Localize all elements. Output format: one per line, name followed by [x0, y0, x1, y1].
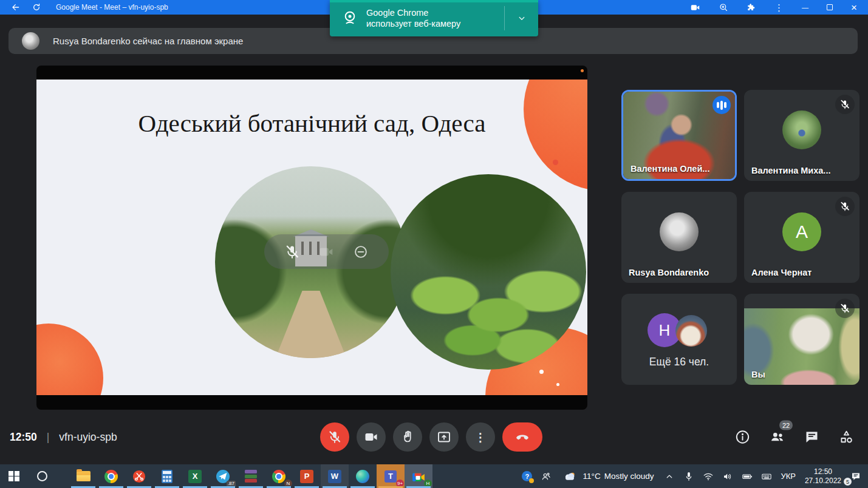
taskbar-winrar[interactable] — [237, 464, 265, 488]
slide-decor-red-dot — [553, 160, 558, 165]
participant-name: Валентина Миха... — [751, 166, 830, 175]
mic-off-icon[interactable] — [284, 244, 300, 260]
minimize-button[interactable]: — — [802, 4, 808, 11]
more-options-button[interactable]: ⋮ — [466, 422, 495, 452]
mic-off-icon — [839, 99, 850, 110]
participant-count-badge: 22 — [779, 421, 793, 430]
activities-button[interactable] — [838, 429, 855, 446]
keyboard-icon — [761, 471, 772, 482]
participant-avatar — [675, 315, 707, 347]
mic-off-icon — [839, 201, 850, 212]
meet-badge: H — [424, 480, 432, 487]
participant-tile[interactable]: A Алена Чернат — [744, 192, 859, 283]
leave-call-button[interactable] — [502, 422, 542, 452]
taskbar-powerpoint[interactable]: P — [293, 464, 321, 488]
self-name: Вы — [751, 370, 765, 379]
taskbar-meet[interactable]: H — [405, 464, 432, 488]
participant-initial-avatar: A — [782, 212, 821, 251]
participant-tile[interactable]: Rusya Bondarenko — [621, 192, 737, 283]
taskbar-edge[interactable] — [349, 464, 377, 488]
notification-count-badge: 5 — [844, 478, 852, 486]
overflow-participants-tile[interactable]: H Ещё 16 чел. — [621, 294, 737, 385]
maximize-button[interactable] — [827, 4, 833, 10]
browser-menu-icon[interactable]: ⋮ — [774, 3, 784, 12]
camera-in-use-icon[interactable] — [690, 2, 700, 13]
action-center-button[interactable]: 5 — [846, 464, 866, 488]
slide-decor-circle-top-right — [524, 80, 587, 191]
chat-button[interactable] — [804, 429, 820, 446]
scissors-icon — [132, 470, 146, 483]
word-icon: W — [328, 470, 341, 483]
back-icon[interactable] — [11, 2, 21, 12]
mic-off-icon — [839, 303, 850, 314]
language-indicator[interactable]: УКР — [776, 464, 800, 488]
taskbar-word[interactable]: W — [321, 464, 349, 488]
tray-battery-button[interactable] — [737, 464, 757, 488]
mic-icon — [683, 471, 694, 482]
language-code: УКР — [781, 472, 796, 481]
cloud-icon — [562, 470, 578, 483]
taskbar-calculator[interactable] — [153, 464, 181, 488]
taskbar-snipping-tool[interactable] — [125, 464, 153, 488]
cortana-button[interactable] — [28, 464, 56, 488]
chat-icon — [804, 429, 820, 446]
refresh-icon[interactable] — [32, 2, 41, 12]
battery-icon — [742, 471, 753, 482]
close-button[interactable]: × — [851, 2, 857, 13]
mute-badge — [835, 197, 855, 216]
meeting-details-button[interactable] — [734, 429, 751, 446]
webcam-icon — [341, 9, 359, 27]
tray-mic-button[interactable] — [679, 464, 699, 488]
tray-volume-button[interactable] — [718, 464, 737, 488]
taskbar-chrome-profile[interactable]: N — [265, 464, 293, 488]
speaker-icon — [722, 471, 733, 482]
presentation-stage[interactable]: Одеський ботанічний сад, Одеса — [36, 66, 587, 410]
meeting-clock: 12:50 — [10, 431, 37, 444]
participant-tile[interactable]: Валентина Миха... — [744, 90, 859, 181]
weather-widget[interactable]: 11°C Mostly cloudy — [556, 470, 660, 483]
taskbar-teams[interactable]: T 9+ — [377, 464, 405, 488]
notification-expand-button[interactable] — [504, 6, 538, 30]
speaking-indicator-icon — [713, 96, 731, 114]
edge-icon — [356, 470, 369, 483]
taskbar-excel[interactable]: X — [181, 464, 209, 488]
remove-icon[interactable] — [353, 244, 369, 260]
people-tray-button[interactable] — [536, 464, 556, 488]
slide-photo-blossoms — [46, 153, 265, 373]
overflow-count-label: Ещё 16 чел. — [621, 356, 737, 368]
tray-network-button[interactable] — [699, 464, 718, 488]
excel-icon: X — [188, 470, 202, 483]
taskbar-telegram[interactable]: .87 — [209, 464, 237, 488]
mic-off-icon — [327, 430, 342, 444]
cortana-icon — [37, 471, 47, 481]
taskbar-clock[interactable]: 12:50 27.10.2022 — [800, 467, 846, 486]
meet-icon — [411, 471, 426, 482]
zoom-page-icon[interactable] — [719, 2, 728, 12]
people-tray-icon — [541, 471, 552, 482]
chevron-down-icon — [516, 13, 527, 24]
taskbar-chrome[interactable] — [97, 464, 125, 488]
help-tray-button[interactable]: ? — [518, 464, 536, 488]
extensions-puzzle-icon[interactable] — [747, 2, 756, 12]
windows-logo-icon — [9, 471, 19, 482]
meet-app: Rusya Bondarenko сейчас на главном экран… — [0, 15, 868, 464]
tray-touch-keyboard-button[interactable] — [757, 464, 776, 488]
camera-toggle-button[interactable] — [357, 422, 386, 452]
teams-badge: 9+ — [396, 480, 404, 487]
activities-icon — [838, 429, 855, 446]
slide-decor-dot — [556, 383, 559, 386]
taskbar-file-explorer[interactable] — [69, 464, 97, 488]
notification-app-name: Google Chrome — [366, 8, 460, 18]
tray-overflow-button[interactable] — [660, 464, 679, 488]
show-participants-button[interactable]: 22 — [769, 429, 785, 446]
pin-icon[interactable] — [318, 244, 334, 260]
man-figure — [544, 191, 551, 217]
self-tile[interactable]: Вы — [744, 294, 859, 385]
start-button[interactable] — [0, 464, 28, 488]
mic-toggle-button[interactable] — [320, 422, 349, 452]
garden-path — [275, 291, 347, 358]
participant-tile-speaking[interactable]: Валентина Олей... — [621, 90, 737, 181]
raise-hand-button[interactable] — [393, 422, 422, 452]
slide-title: Одеський ботанічний сад, Одеса — [36, 109, 587, 138]
present-screen-button[interactable] — [429, 422, 459, 452]
